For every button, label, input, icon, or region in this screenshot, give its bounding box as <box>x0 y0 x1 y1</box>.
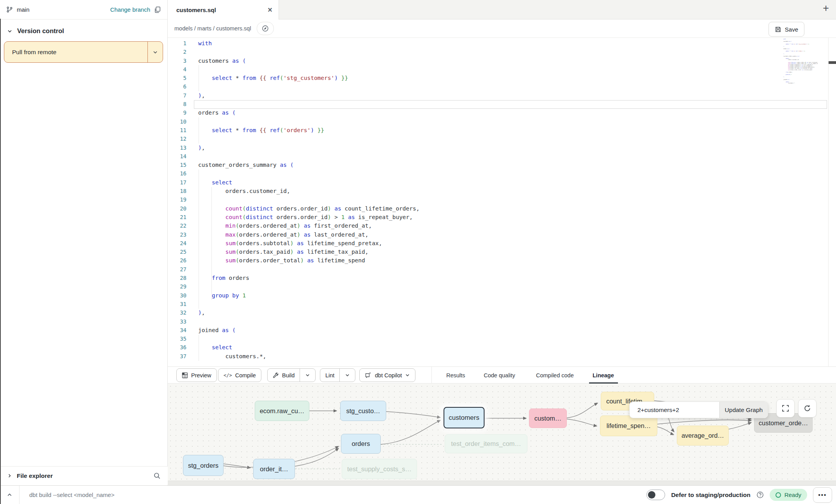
line-number: 1 <box>168 39 186 48</box>
lineage-node-orders[interactable]: orders <box>341 434 381 454</box>
table-icon <box>182 372 188 378</box>
close-icon[interactable]: × <box>268 6 272 14</box>
change-branch-link[interactable]: Change branch <box>110 6 150 13</box>
file-explorer-label: File explorer <box>17 472 53 479</box>
version-control-section[interactable]: Version control <box>0 19 167 39</box>
more-icon[interactable]: ••• <box>813 487 832 503</box>
tab-title: customers.sql <box>176 7 216 13</box>
status-badge[interactable]: Ready <box>770 489 807 501</box>
line-number: 28 <box>168 274 186 282</box>
lineage-node-average-order[interactable]: average_ord… <box>677 426 729 446</box>
minimap[interactable]: withcustomers as ( select * from {{ ref(… <box>783 39 818 90</box>
tab-results[interactable]: Results <box>446 367 465 384</box>
preview-label: Preview <box>191 372 211 378</box>
code-line <box>198 82 420 91</box>
code-line: sum(orders.subtotal) as lifetime_spend_p… <box>198 239 420 248</box>
dbt-cloud-ide: main Change branch Version control Pull … <box>0 0 836 504</box>
lineage-node-stg-orders[interactable]: stg_orders <box>183 455 224 476</box>
breadcrumb-row: models / marts / customers.sql Save <box>168 19 836 38</box>
save-label: Save <box>785 26 798 33</box>
lineage-selector-input[interactable]: 2+customers+2 <box>630 402 719 418</box>
code-line <box>198 300 420 308</box>
tab-customers-sql[interactable]: customers.sql × <box>168 0 279 19</box>
preview-button[interactable]: Preview <box>176 368 217 382</box>
compass-icon[interactable] <box>257 22 274 35</box>
line-number: 29 <box>168 282 186 291</box>
breadcrumb[interactable]: models / marts / customers.sql <box>174 25 251 32</box>
lint-button[interactable]: Lint <box>320 368 355 382</box>
status-bar: dbt build --select <model_name> Defer to… <box>0 485 836 504</box>
code-line <box>198 117 420 126</box>
lineage-node-customers-pink[interactable]: custom… <box>529 409 567 428</box>
lineage-node-test-order-items[interactable]: test_order_items_com… <box>445 434 527 453</box>
code-line: select <box>198 343 420 352</box>
code-line <box>198 48 420 56</box>
lineage-node-test-supply-costs[interactable]: test_supply_costs_s… <box>342 459 417 479</box>
wrench-icon <box>273 372 279 378</box>
toolbar-separator <box>431 367 432 384</box>
tab-code-quality[interactable]: Code quality <box>484 367 515 384</box>
defer-toggle[interactable] <box>646 490 665 500</box>
update-graph-button[interactable]: Update Graph <box>719 402 768 418</box>
search-icon[interactable] <box>153 472 161 479</box>
build-button[interactable]: Build <box>267 368 316 382</box>
command-input[interactable]: dbt build --select <model_name> <box>29 492 114 498</box>
copy-icon[interactable] <box>154 6 161 13</box>
line-number: 5 <box>168 74 186 82</box>
fullscreen-icon[interactable] <box>776 399 795 417</box>
lint-label: Lint <box>325 372 334 378</box>
line-number: 34 <box>168 326 186 334</box>
line-number: 35 <box>168 334 186 343</box>
build-dropdown-chevron[interactable] <box>300 369 315 382</box>
code-icon: </> <box>224 373 232 378</box>
line-number: 3 <box>168 57 186 65</box>
code-line: orders as ( <box>198 108 420 117</box>
lineage-search-bar: 2+customers+2 Update Graph <box>629 401 768 418</box>
code-content: withcustomers as ( select * from {{ ref(… <box>198 39 420 361</box>
new-tab-button[interactable]: + <box>823 2 829 14</box>
code-line: group by 1 <box>198 291 420 300</box>
tab-lineage[interactable]: Lineage <box>593 367 614 384</box>
lineage-node-stg-customers[interactable]: stg_custo… <box>340 401 386 421</box>
code-line: customers as ( <box>198 57 420 65</box>
lineage-node-order-items[interactable]: order_it… <box>253 459 295 479</box>
line-number: 24 <box>168 239 186 248</box>
code-line: max(orders.ordered_at) as last_ordered_a… <box>198 230 420 239</box>
chevron-up-icon[interactable] <box>0 486 20 504</box>
dbt-copilot-button[interactable]: dbt Copilot <box>359 368 415 382</box>
editor-scrollbar-thumb[interactable] <box>829 61 836 64</box>
branch-name: main <box>17 6 30 13</box>
code-line: customers.*, <box>783 83 818 84</box>
refresh-icon[interactable] <box>798 399 816 417</box>
code-line: min(orders.ordered_at) as first_ordered_… <box>198 221 420 230</box>
lineage-horizontal-scrollbar[interactable] <box>168 481 836 485</box>
version-control-label: Version control <box>17 27 64 35</box>
lineage-node-customers[interactable]: customers <box>444 407 485 428</box>
line-number: 33 <box>168 317 186 326</box>
pull-dropdown-chevron[interactable] <box>148 42 163 62</box>
code-line: sum(orders.order_total) as lifetime_spen… <box>198 256 420 265</box>
chevron-right-icon <box>7 473 12 478</box>
save-button[interactable]: Save <box>769 22 804 37</box>
tab-compiled-code[interactable]: Compiled code <box>536 367 574 384</box>
editor-toolbar: Preview </> Compile Build <box>168 366 836 384</box>
line-number: 11 <box>168 126 186 134</box>
file-explorer-section[interactable]: File explorer <box>0 466 168 485</box>
code-line: select * from {{ ref('stg_customers') }} <box>198 74 420 82</box>
help-circle-icon[interactable] <box>756 491 764 499</box>
ready-ring-icon <box>776 492 781 498</box>
code-editor[interactable]: 1234567891011121314151617181920212223242… <box>168 38 836 366</box>
line-number: 9 <box>168 108 186 117</box>
line-number: 23 <box>168 230 186 239</box>
code-line: ), <box>198 143 420 152</box>
compile-button[interactable]: </> Compile <box>218 368 261 382</box>
lineage-node-lifetime-spend[interactable]: lifetime_spen… <box>600 416 657 436</box>
lineage-node-ecom-raw-customers[interactable]: ecom.raw_cu… <box>255 401 309 421</box>
lineage-panel[interactable]: ecom.raw_cu…stg_custo…ordersstg_ordersor… <box>168 384 836 485</box>
line-number-gutter: 1234567891011121314151617181920212223242… <box>168 39 186 361</box>
code-line: count(distinct orders.order_id) > 1 as i… <box>198 213 420 221</box>
lint-dropdown-chevron[interactable] <box>340 369 355 382</box>
pull-from-remote-button[interactable]: Pull from remote <box>4 41 163 63</box>
editor-scrollbar-track <box>828 38 836 366</box>
line-number: 22 <box>168 221 186 230</box>
